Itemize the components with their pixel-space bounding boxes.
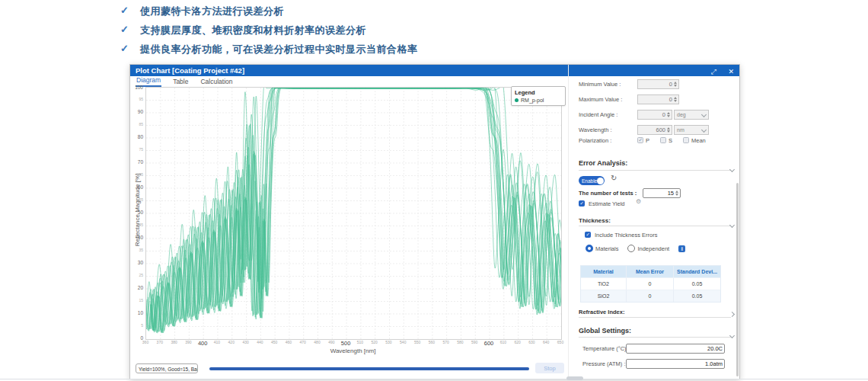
estimate-yield-checkbox[interactable] — [579, 200, 585, 207]
enable-toggle-label: Enable — [582, 178, 597, 184]
field-input[interactable]: 0 — [637, 110, 672, 120]
panel-scrollbar[interactable] — [736, 183, 739, 376]
table-row[interactable]: TiO200.05 — [581, 277, 720, 290]
field-row: Minimum Value :0 — [569, 78, 740, 90]
global-field-value: 1.0atm — [705, 360, 723, 367]
x-tick-label: 580 — [452, 340, 468, 344]
field-input[interactable]: 0 — [637, 94, 679, 104]
y-tick-label: 55 — [130, 197, 143, 202]
global-field-row: Pressure (ATM) :1.0atm — [569, 357, 740, 370]
x-tick-label: 400 — [195, 340, 210, 347]
polarization-row: Polarization : PSMean — [569, 134, 740, 146]
unit-dropdown[interactable]: deg — [674, 110, 709, 120]
bullet-text: 使用蒙特卡洛方法进行误差分析 — [140, 5, 284, 18]
check-icon: ✓ — [120, 24, 140, 35]
chevron-right-icon[interactable] — [729, 312, 735, 317]
bullet-item: ✓提供良率分析功能，可在误差分析过程中实时显示当前合格率 — [120, 43, 418, 62]
yield-status: Yield=100%, Good=15, Bad=0 — [136, 363, 198, 373]
resize-handle[interactable] — [566, 376, 583, 380]
table-cell: SiO2 — [581, 290, 627, 302]
y-tick-label: 75 — [130, 147, 143, 152]
x-tick-label: 650 — [553, 340, 568, 344]
info-icon[interactable]: i — [678, 245, 685, 252]
x-tick-label: 590 — [467, 340, 482, 344]
table-header-cell: Mean Error — [627, 266, 674, 277]
table-row[interactable]: SiO200.05 — [581, 290, 720, 302]
field-input[interactable]: 0 — [637, 79, 679, 89]
legend-label: RM_p-pol — [521, 98, 544, 103]
plot-chart-window: Plot Chart [Coating Project #42] ⤢ ✕ Dia… — [129, 64, 740, 379]
include-thickness-errors-checkbox[interactable] — [585, 232, 591, 238]
x-tick-label: 460 — [281, 340, 296, 344]
global-settings-heading: Global Settings: — [579, 327, 631, 335]
field-input[interactable]: 600 — [637, 125, 672, 135]
refresh-icon[interactable]: ↻ — [611, 174, 617, 182]
global-field-label: Pressure (ATM) : — [582, 360, 626, 367]
y-tick-label: 15 — [130, 298, 143, 303]
bullet-text: 提供良率分析功能，可在误差分析过程中实时显示当前合格率 — [140, 43, 418, 56]
y-tick-label: 5 — [130, 323, 143, 328]
global-field-label: Temperature (°C) : — [582, 345, 630, 352]
x-tick-label: 610 — [496, 340, 511, 344]
x-tick-label: 470 — [295, 340, 311, 344]
bullet-item: ✓使用蒙特卡洛方法进行误差分析 — [120, 5, 418, 24]
mode-radio-independent[interactable] — [627, 245, 635, 252]
polarization-option[interactable]: Mean — [683, 137, 706, 144]
x-axis-label: Wavelength [nm] — [145, 347, 560, 354]
x-tick-label: 440 — [252, 340, 267, 344]
polarization-option-label: Mean — [691, 137, 706, 144]
x-tick-label: 550 — [410, 340, 425, 344]
x-tick-label: 540 — [395, 340, 410, 344]
field-label: Wavelength : — [579, 126, 612, 133]
bullet-text: 支持膜层厚度、堆积密度和材料折射率的误差分析 — [140, 24, 366, 37]
x-tick-label: 420 — [224, 340, 239, 344]
table-cell: 0 — [627, 278, 674, 290]
x-tick-label: 380 — [167, 340, 182, 344]
x-tick-label: 490 — [324, 340, 339, 344]
table-cell: TiO2 — [581, 278, 627, 290]
polarization-checkbox[interactable] — [637, 137, 643, 143]
y-tick-label: 100 — [130, 85, 143, 90]
x-tick-label: 370 — [152, 340, 168, 344]
include-thickness-errors-label: Include Thickness Errors — [595, 232, 657, 239]
bullet-item: ✓支持膜层厚度、堆积密度和材料折射率的误差分析 — [120, 24, 418, 43]
unit-dropdown[interactable]: nm — [674, 125, 709, 135]
legend-entry: RM_p-pol — [515, 98, 562, 103]
chevron-down-icon[interactable] — [729, 167, 735, 172]
legend-title: Legend — [515, 89, 562, 96]
field-row: Incident Angle :0deg — [569, 108, 740, 120]
chevron-down-icon — [701, 111, 707, 117]
x-tick-label: 510 — [353, 340, 368, 344]
y-tick-label: 60 — [130, 184, 143, 190]
mode-radio-materials[interactable] — [586, 245, 593, 252]
global-field-row: Temperature (°C) :20.0C — [569, 342, 740, 354]
polarization-option[interactable]: S — [660, 137, 672, 144]
plot-area[interactable] — [145, 87, 562, 340]
error-analysis-heading: Error Analysis: — [579, 159, 627, 167]
table-header-row: MaterialMean ErrorStandard Devi... — [581, 266, 720, 277]
stop-button[interactable]: Stop — [535, 363, 564, 373]
unit-value: nm — [677, 127, 685, 133]
x-tick-label: 390 — [180, 340, 196, 344]
x-tick-label: 530 — [381, 340, 396, 344]
global-field-input[interactable]: 20.0C — [626, 344, 725, 354]
x-tick-label: 480 — [310, 340, 325, 344]
field-label: Incident Angle : — [579, 111, 617, 118]
x-tick-label: 450 — [266, 340, 282, 344]
enable-toggle[interactable]: Enable — [579, 176, 605, 185]
polarization-checkbox[interactable] — [683, 137, 689, 143]
polarization-checkbox[interactable] — [660, 137, 666, 143]
polarization-option[interactable]: P — [637, 137, 649, 144]
x-tick-label: 630 — [524, 340, 539, 344]
chevron-down-icon[interactable] — [729, 223, 735, 228]
tests-label: The number of tests : — [579, 190, 637, 197]
y-tick-label: 45 — [130, 223, 143, 227]
y-tick-label: 25 — [130, 273, 143, 277]
polarization-option-label: S — [669, 137, 672, 144]
progress-bar — [209, 367, 529, 370]
divider — [579, 317, 731, 318]
tests-input[interactable]: 15 — [643, 188, 681, 198]
estimate-yield-label: Estimate Yield — [589, 200, 625, 207]
global-field-input[interactable]: 1.0atm — [626, 359, 725, 369]
gear-icon[interactable]: ⚙ — [636, 198, 641, 205]
